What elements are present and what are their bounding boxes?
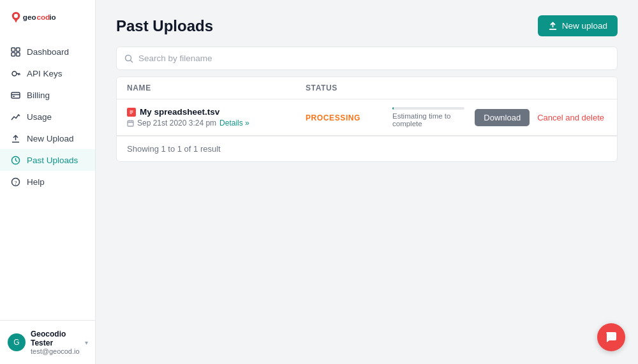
cancel-delete-button[interactable]: Cancel and delete — [535, 109, 607, 126]
svg-rect-9 — [16, 52, 20, 56]
status-area: PROCESSING — [306, 112, 382, 122]
sidebar-item-label: Dashboard — [27, 47, 69, 57]
search-bar — [116, 47, 618, 70]
sidebar-item-help[interactable]: ? Help — [0, 171, 95, 193]
content-area: NAME STATUS — [96, 47, 638, 177]
svg-rect-14 — [11, 92, 20, 98]
search-input[interactable] — [133, 47, 609, 69]
svg-rect-6 — [11, 48, 15, 52]
progress-area: Estimating time to complete — [382, 107, 475, 127]
nav-menu: Dashboard API Keys — [0, 41, 95, 320]
svg-rect-30 — [128, 120, 133, 126]
svg-point-1 — [14, 14, 18, 18]
svg-text:cod: cod — [36, 13, 50, 21]
progress-bar-track — [392, 107, 464, 110]
table-header: NAME STATUS — [117, 77, 617, 99]
user-name: Geocodio Tester — [31, 330, 80, 347]
search-icon — [124, 54, 133, 63]
logo-area: geo cod io — [0, 0, 95, 41]
col-name-header: NAME — [127, 84, 306, 92]
result-count: Showing 1 to 1 of 1 result — [127, 144, 221, 154]
sidebar-item-label: API Keys — [27, 69, 63, 78]
chevron-down-icon: ▾ — [85, 339, 88, 346]
page-header: Past Uploads New upload — [96, 0, 638, 47]
file-name: My spreadsheet.tsv — [127, 107, 306, 117]
table-footer: Showing 1 to 1 of 1 result — [117, 136, 617, 161]
user-footer[interactable]: G Geocodio Tester test@geocod.io ▾ — [0, 320, 95, 364]
sidebar-item-dashboard[interactable]: Dashboard — [0, 41, 95, 62]
svg-rect-8 — [11, 52, 15, 56]
sidebar-item-billing[interactable]: Billing — [0, 84, 95, 106]
uploads-table: NAME STATUS — [116, 76, 618, 162]
page-title: Past Uploads — [116, 17, 213, 35]
row-actions: Download Cancel and delete — [475, 109, 607, 126]
grid-icon — [10, 47, 20, 57]
geocodio-logo: geo cod io — [10, 10, 68, 26]
svg-rect-16 — [13, 96, 15, 97]
file-info: My spreadsheet.tsv Sep 21st 2020 3:24 pm… — [127, 107, 306, 127]
new-upload-label: New upload — [562, 21, 607, 31]
user-email: test@geocod.io — [31, 347, 80, 355]
svg-text:geo: geo — [23, 13, 36, 21]
new-upload-button[interactable]: New upload — [538, 15, 618, 36]
svg-rect-7 — [16, 48, 20, 52]
svg-marker-2 — [13, 18, 18, 23]
chat-icon — [605, 331, 618, 344]
credit-card-icon — [10, 90, 20, 100]
chat-button[interactable] — [597, 323, 625, 351]
help-icon: ? — [10, 177, 20, 187]
sidebar-item-label: Help — [27, 177, 45, 187]
file-meta: Sep 21st 2020 3:24 pm Details » — [127, 119, 306, 127]
chart-icon — [10, 112, 20, 122]
sidebar-item-past-uploads[interactable]: Past Uploads — [0, 149, 95, 171]
progress-bar-fill — [392, 107, 394, 110]
sidebar-item-label: Past Uploads — [27, 156, 78, 165]
sidebar-item-label: Billing — [27, 91, 50, 100]
key-icon — [10, 68, 20, 78]
svg-text:io: io — [49, 13, 56, 21]
status-badge: PROCESSING — [306, 113, 360, 122]
avatar: G — [8, 333, 26, 351]
upload-icon — [10, 133, 20, 143]
download-button[interactable]: Download — [475, 109, 530, 126]
col-status-header: STATUS — [306, 84, 382, 92]
sidebar: geo cod io Dashboard — [0, 0, 96, 364]
sidebar-item-api-keys[interactable]: API Keys — [0, 62, 95, 84]
sidebar-item-new-upload[interactable]: New Upload — [0, 127, 95, 149]
sidebar-item-usage[interactable]: Usage — [0, 106, 95, 127]
file-tsv-icon — [127, 108, 136, 117]
calendar-icon — [127, 120, 134, 127]
svg-point-24 — [126, 55, 131, 61]
main-content: Past Uploads New upload NAME — [96, 0, 638, 364]
svg-point-10 — [12, 71, 17, 76]
table-row: My spreadsheet.tsv Sep 21st 2020 3:24 pm… — [117, 99, 617, 136]
upload-icon — [548, 21, 558, 31]
sidebar-item-label: Usage — [27, 112, 52, 122]
user-info: Geocodio Tester test@geocod.io — [31, 330, 80, 355]
progress-label: Estimating time to complete — [392, 112, 464, 127]
svg-line-25 — [131, 60, 133, 62]
details-link[interactable]: Details » — [219, 119, 249, 127]
sidebar-item-label: New Upload — [27, 134, 74, 143]
clock-icon — [10, 155, 20, 165]
svg-text:?: ? — [14, 179, 17, 186]
